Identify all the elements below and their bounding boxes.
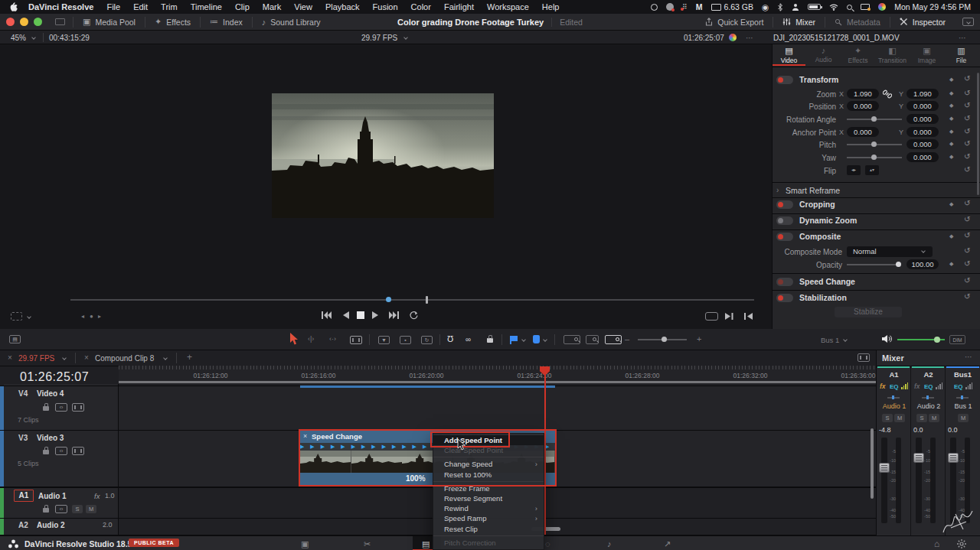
opacity-keyframe-icon[interactable] [949, 261, 953, 267]
viewer-clip-name[interactable]: DJI_20230515121728_0001_D.MOV [773, 34, 900, 42]
timeline-tab-fps[interactable]: 29.97 FPS [18, 354, 54, 363]
jog-reverse-icon[interactable]: ◂ [81, 313, 84, 320]
timeline-display-mode-icon[interactable] [858, 353, 870, 362]
position-reset-icon[interactable] [964, 101, 970, 109]
mixer-bus1-name[interactable]: Bus 1 [946, 402, 980, 410]
yaw-slider-handle[interactable] [871, 155, 877, 160]
menu-item-reverse-segment[interactable]: Reverse Segment [433, 493, 544, 503]
bus1-meter-icon[interactable] [965, 382, 972, 389]
link-xy-icon[interactable] [883, 89, 892, 99]
position-x-field[interactable]: 0.000 [847, 101, 879, 111]
composite-reset-icon[interactable] [964, 231, 970, 239]
selection-mode-tool[interactable] [289, 333, 299, 346]
menu-clip[interactable]: Clip [235, 2, 250, 11]
clip-color-icon[interactable] [729, 34, 737, 41]
opacity-slider-handle[interactable] [896, 262, 901, 267]
tab-video[interactable]: Video [772, 46, 806, 64]
menu-mark[interactable]: Mark [263, 2, 281, 11]
speed-change-toggle[interactable] [776, 278, 793, 286]
timeline-timecode[interactable]: 01:26:25:07 [20, 370, 89, 384]
screen-record-icon[interactable] [651, 4, 658, 11]
mixer-a1-solo[interactable]: S [882, 414, 893, 422]
tab-audio[interactable]: Audio [806, 46, 841, 63]
zoom-dropdown-chevron[interactable] [31, 35, 36, 40]
menu-item-rewind[interactable]: Rewind [433, 503, 544, 513]
marker-color-chevron[interactable] [543, 337, 547, 342]
zoom-y-field[interactable]: 1.090 [906, 89, 939, 99]
media-pool-button[interactable]: Media Pool [83, 17, 136, 27]
home-icon[interactable] [934, 539, 939, 549]
battery-icon[interactable] [808, 4, 821, 10]
flip-horizontal-button[interactable] [847, 165, 861, 175]
v4-enable-icon[interactable] [72, 403, 84, 412]
dynamic-zoom-reset-icon[interactable] [964, 215, 970, 223]
mixer-ch-a1-id[interactable]: A1 [877, 370, 911, 379]
zoom-reset-icon[interactable] [964, 89, 970, 97]
tab-effects[interactable]: Effects [841, 46, 875, 64]
cinema-viewer-icon[interactable] [705, 312, 718, 321]
tab-transition[interactable]: ◧Transition [875, 46, 910, 64]
position-lock-icon[interactable] [487, 338, 493, 343]
window-close-button[interactable] [6, 18, 15, 26]
metadata-button[interactable]: Metadata [835, 18, 880, 27]
inspector-button[interactable]: Inspector [900, 18, 946, 27]
goto-end-button[interactable] [389, 311, 399, 320]
link-clips-icon[interactable] [466, 335, 471, 343]
track-a2-name[interactable]: Audio 2 [37, 521, 65, 529]
mixer-bus1-level[interactable]: 0.0 [948, 426, 958, 434]
anchor-reset-icon[interactable] [964, 127, 970, 135]
loop-button[interactable] [409, 311, 419, 321]
transform-reset-icon[interactable] [964, 74, 970, 83]
a1-fader-handle[interactable] [879, 463, 890, 473]
custom-zoom-icon[interactable] [605, 335, 622, 344]
menu-timeline[interactable]: Timeline [191, 2, 222, 11]
page-deliver-button[interactable] [664, 539, 671, 549]
mixer-ch-a2-id[interactable]: A2 [911, 370, 946, 379]
mixer-a1-level[interactable]: -4.8 [879, 426, 891, 434]
clip-options-icon[interactable] [959, 34, 966, 42]
a2-fx-icon[interactable]: fx [914, 382, 920, 390]
composite-keyframe-icon[interactable] [949, 233, 953, 239]
position-y-field[interactable]: 0.000 [906, 101, 939, 111]
a2-meter-icon[interactable] [936, 382, 942, 389]
viewer-zoom-level[interactable]: 45% [11, 34, 26, 42]
apple-menu-icon[interactable] [9, 2, 18, 12]
cropping-reset-icon[interactable] [964, 199, 970, 207]
rotation-keyframe-icon[interactable] [949, 116, 953, 122]
displays-icon[interactable] [861, 4, 870, 10]
overwrite-clip-icon[interactable]: ▪ [400, 336, 411, 344]
playback-status-icon[interactable] [762, 2, 769, 11]
jog-forward-icon[interactable]: ▸ [98, 313, 101, 320]
mixer-a1-mute[interactable]: M [894, 414, 905, 422]
flag-color-chevron[interactable] [521, 337, 526, 342]
timeline-tab-close-icon[interactable] [8, 353, 12, 362]
composite-toggle[interactable] [776, 233, 793, 241]
page-media-button[interactable] [301, 539, 309, 549]
clean-feed-icon[interactable] [55, 18, 65, 25]
stabilization-reset-icon[interactable] [964, 292, 970, 301]
trim-edit-mode-tool[interactable] [308, 335, 314, 343]
anchor-y-field[interactable]: 0.000 [906, 127, 939, 137]
viewer-scrub-bar[interactable] [70, 299, 754, 301]
menu-edit[interactable]: Edit [133, 2, 148, 11]
compound-tab-close-icon[interactable] [84, 353, 89, 362]
track-v4-name[interactable]: Video 4 [37, 389, 64, 398]
menu-app-name[interactable]: DaVinci Resolve [28, 2, 93, 11]
panel-collapse-icon[interactable] [962, 18, 974, 26]
menubar-clock[interactable]: Mon May 29 4:56 PM [894, 2, 971, 11]
menu-help[interactable]: Help [542, 2, 560, 11]
page-fairlight-button[interactable] [607, 539, 612, 548]
mixer-a2-mute[interactable]: M [929, 414, 939, 422]
composite-mode-dropdown[interactable]: Normal [847, 246, 933, 257]
a1-fx-icon[interactable]: fx [880, 382, 886, 390]
razor-edit-mode-tool[interactable] [350, 336, 362, 344]
track-a2-id[interactable]: A2 [18, 521, 28, 529]
a1-solo-button[interactable]: S [72, 505, 83, 513]
bus-chevron[interactable] [843, 337, 848, 342]
dynamic-trim-mode-tool[interactable] [329, 335, 336, 343]
menu-item-speed-ramp[interactable]: Speed Ramp [433, 513, 544, 523]
composite-mode-reset-icon[interactable] [964, 246, 970, 255]
effects-button[interactable]: Effects [155, 17, 191, 27]
a2-fader-handle[interactable] [913, 453, 924, 463]
timeline-view-options-icon[interactable]: ▤ [9, 335, 21, 343]
